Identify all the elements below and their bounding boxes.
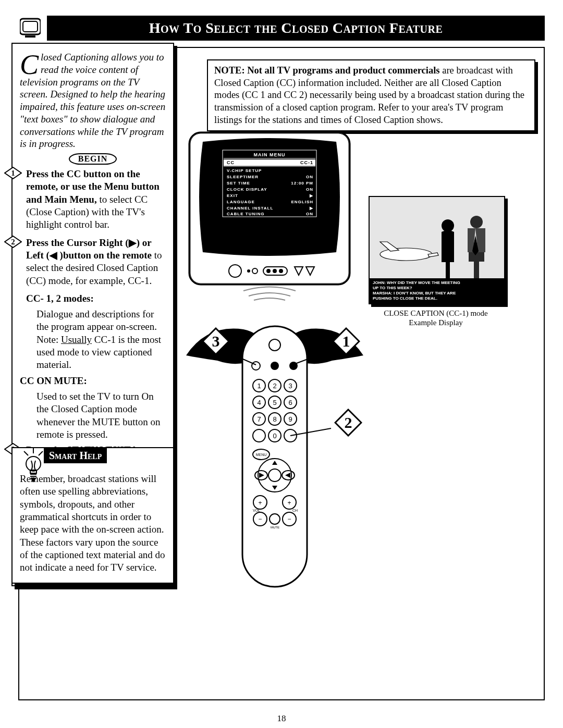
- svg-text:12:00 PM: 12:00 PM: [291, 181, 313, 186]
- svg-text:1: 1: [257, 382, 261, 390]
- svg-text:▶: ▶: [309, 193, 313, 198]
- lightbulb-icon: [21, 448, 46, 485]
- svg-point-37: [470, 216, 483, 228]
- svg-point-36: [442, 219, 454, 232]
- svg-text:LANGUAGE: LANGUAGE: [227, 200, 255, 204]
- intro-text: Closed Captioning allows you to read the…: [20, 51, 166, 150]
- smart-help-box: Smart Help Remember, broadcast stations …: [11, 447, 174, 584]
- step-1: 1 Press the CC button on the remote, or …: [20, 168, 166, 231]
- svg-text:3: 3: [212, 332, 220, 350]
- svg-line-103: [39, 451, 43, 455]
- svg-text:ON: ON: [306, 212, 313, 216]
- smart-help-text: Remember, broadcast stations will often …: [20, 473, 166, 574]
- svg-text:VOL: VOL: [253, 509, 260, 512]
- callout-1: 1: [332, 327, 360, 355]
- svg-text:SLEEPTIMER: SLEEPTIMER: [227, 175, 259, 179]
- step-number-1: 1: [4, 167, 22, 179]
- tv-illustration: MAIN MENU CC CC-1 V-CHIP SETUP SLEEPTIME…: [186, 129, 356, 301]
- svg-text:−: −: [287, 515, 291, 523]
- step-2: 2 Press the Cursor Right (▶) or Left (◀ …: [20, 237, 166, 287]
- svg-text:4: 4: [257, 399, 261, 406]
- svg-text:2: 2: [11, 238, 15, 246]
- svg-text:CH: CH: [292, 509, 298, 512]
- svg-text:ON: ON: [306, 175, 313, 179]
- svg-text:−: −: [258, 515, 262, 523]
- svg-text:MUTE: MUTE: [271, 526, 279, 529]
- cursor-left-icon: ◀: [50, 250, 57, 261]
- cc-overlay: JOHN: WHY DID THEY MOVE THE MEETING UP T…: [370, 278, 504, 303]
- svg-text:1: 1: [342, 332, 350, 350]
- svg-point-9: [266, 269, 271, 273]
- tv-corner-icon: [20, 16, 41, 38]
- svg-line-102: [24, 451, 28, 455]
- page-number: 18: [0, 713, 563, 724]
- svg-point-10: [273, 269, 277, 273]
- note-bold: NOTE: Not all TV programs and product co…: [214, 65, 440, 76]
- cc-modes-text: Dialogue and descriptions for the progra…: [20, 308, 166, 372]
- svg-rect-1: [23, 21, 38, 32]
- svg-text:+: +: [258, 499, 262, 507]
- svg-text:CC-1: CC-1: [300, 160, 313, 165]
- svg-point-42: [271, 362, 279, 370]
- cc-mute-text: Used to set the TV to turn On the Closed…: [20, 390, 166, 441]
- svg-text:0: 0: [273, 432, 276, 440]
- example-photo-caption: CLOSE CAPTION (CC-1) mode Example Displa…: [369, 309, 503, 327]
- step-number-2: 2: [4, 236, 22, 248]
- svg-point-35: [380, 248, 432, 261]
- svg-point-6: [247, 269, 250, 273]
- svg-text:3: 3: [288, 382, 292, 390]
- svg-text:1: 1: [11, 169, 15, 177]
- svg-text:+: +: [287, 499, 291, 507]
- svg-text:MENU: MENU: [256, 453, 267, 456]
- dropcap: C: [20, 51, 41, 76]
- svg-text:MAIN MENU: MAIN MENU: [254, 152, 286, 157]
- svg-text:▶: ▶: [309, 206, 313, 211]
- svg-text:CC: CC: [227, 160, 235, 165]
- cc-modes-heading: CC- 1, 2 modes:: [20, 292, 166, 305]
- svg-text:ENGLISH: ENGLISH: [291, 200, 313, 204]
- svg-text:ON: ON: [306, 187, 313, 192]
- svg-text:SET TIME: SET TIME: [227, 181, 250, 186]
- page-title: How To Select the Closed Caption Feature: [47, 16, 545, 41]
- svg-text:9: 9: [288, 415, 292, 423]
- svg-point-11: [279, 269, 283, 273]
- svg-text:CLOCK DISPLAY: CLOCK DISPLAY: [227, 187, 267, 192]
- svg-text:EXIT: EXIT: [227, 193, 238, 198]
- svg-text:CABLE TUNING: CABLE TUNING: [227, 212, 264, 216]
- callout-2: 2: [334, 409, 362, 437]
- svg-text:5: 5: [273, 399, 276, 406]
- smart-help-title: Smart Help: [44, 448, 107, 463]
- svg-text:CHANNEL INSTALL: CHANNEL INSTALL: [227, 206, 273, 211]
- svg-text:7: 7: [257, 415, 261, 423]
- svg-text:2: 2: [273, 382, 276, 390]
- svg-rect-2: [25, 35, 35, 38]
- begin-marker: BEGIN: [69, 153, 117, 165]
- callout-3: 3: [202, 327, 230, 355]
- svg-text:2: 2: [345, 414, 352, 431]
- cursor-right-icon: ▶: [129, 237, 137, 248]
- note-box: NOTE: Not all TV programs and product co…: [207, 59, 535, 131]
- svg-point-104: [26, 456, 41, 471]
- svg-text:8: 8: [273, 415, 276, 423]
- svg-text:V-CHIP SETUP: V-CHIP SETUP: [227, 168, 262, 173]
- example-photo: JOHN: WHY DID THEY MOVE THE MEETING UP T…: [369, 196, 505, 304]
- cc-mute-heading: CC ON MUTE:: [20, 375, 166, 387]
- svg-text:6: 6: [288, 399, 292, 406]
